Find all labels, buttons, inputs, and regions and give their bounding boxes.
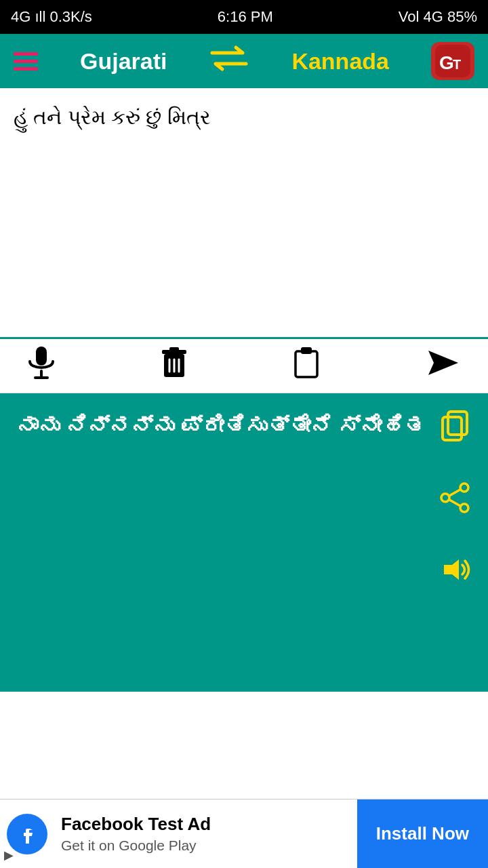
- svg-point-18: [460, 504, 468, 512]
- ad-banner: Facebook Test Ad Get it on Google Play I…: [0, 799, 488, 868]
- svg-line-21: [449, 500, 460, 506]
- ad-subtitle: Get it on Google Play: [61, 837, 350, 854]
- status-left: 4G ıll 0.3K/s: [11, 8, 92, 26]
- play-icon: ▶: [4, 848, 14, 863]
- svg-rect-16: [443, 417, 462, 440]
- svg-rect-13: [301, 347, 312, 354]
- google-translate-icon[interactable]: G T: [431, 42, 474, 80]
- svg-point-17: [460, 484, 468, 492]
- sound-button[interactable]: [436, 551, 474, 589]
- microphone-icon[interactable]: [27, 345, 56, 387]
- network-info: 4G ıll 0.3K/s: [11, 8, 92, 26]
- app-toolbar: Gujarati Kannada G T: [0, 34, 488, 88]
- svg-rect-3: [36, 347, 47, 366]
- input-area[interactable]: હું તને પ્રેમ કરું છું મિત્ર: [0, 88, 488, 339]
- status-center: 6:16 PM: [218, 8, 273, 26]
- menu-button[interactable]: [14, 52, 38, 71]
- status-bar: 4G ıll 0.3K/s 6:16 PM Vol 4G 85%: [0, 0, 488, 34]
- translation-actions: [436, 407, 474, 589]
- source-text[interactable]: હું તને પ્રેમ કરું છું મિત્ર: [14, 102, 474, 132]
- target-language[interactable]: Kannada: [291, 48, 389, 75]
- action-bar: [0, 339, 488, 393]
- svg-rect-12: [296, 351, 317, 377]
- status-right: Vol 4G 85%: [399, 8, 477, 26]
- source-language[interactable]: Gujarati: [80, 48, 167, 75]
- swap-languages-icon[interactable]: [209, 45, 249, 78]
- send-button[interactable]: [426, 348, 461, 384]
- install-now-button[interactable]: Install Now: [357, 800, 488, 869]
- paste-icon[interactable]: [293, 346, 320, 386]
- copy-button[interactable]: [436, 407, 474, 445]
- battery-info: Vol 4G 85%: [399, 8, 477, 26]
- svg-rect-8: [169, 347, 179, 351]
- svg-marker-14: [428, 351, 458, 375]
- svg-text:T: T: [453, 57, 461, 72]
- svg-line-20: [449, 490, 460, 496]
- ad-title: Facebook Test Ad: [61, 814, 350, 835]
- translation-area: ನಾನು ನಿನ್ನನ್ನು ಪ್ರೀತಿಸುತ್ತೇನೆ ಸ್ನೇಹಿತ: [0, 393, 488, 692]
- share-button[interactable]: [436, 479, 474, 517]
- translated-text: ನಾನು ನಿನ್ನನ್ನು ಪ್ರೀತಿಸುತ್ತೇನೆ ಸ್ನೇಹಿತ: [16, 410, 472, 442]
- svg-rect-15: [448, 412, 467, 435]
- time: 6:16 PM: [218, 8, 273, 26]
- ad-text-block: Facebook Test Ad Get it on Google Play: [54, 808, 357, 859]
- delete-icon[interactable]: [161, 346, 187, 386]
- svg-marker-22: [444, 559, 459, 580]
- svg-point-19: [441, 494, 449, 502]
- svg-text:G: G: [439, 52, 454, 73]
